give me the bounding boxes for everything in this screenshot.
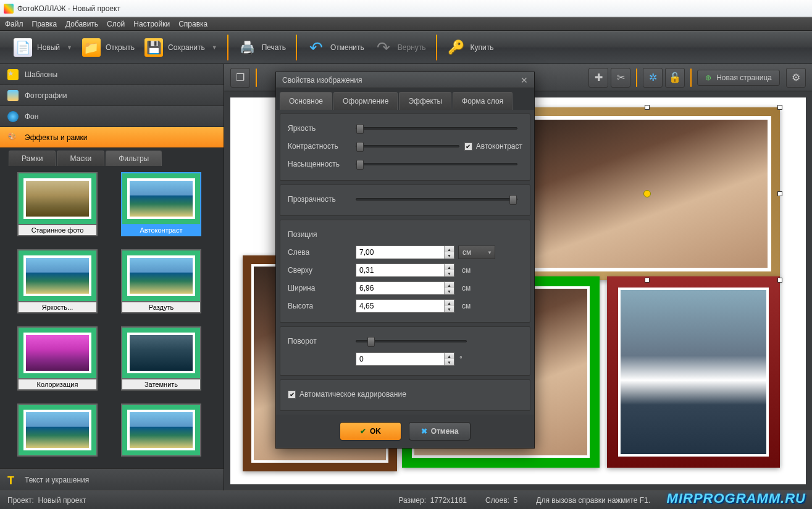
height-label: Высота: [288, 302, 356, 310]
app-icon: [4, 4, 14, 14]
left-input[interactable]: 7,00▲▼: [356, 246, 454, 259]
brightness-slider[interactable]: [356, 127, 517, 130]
brightness-label: Яркость: [288, 124, 356, 133]
cut-button[interactable]: ✂: [611, 68, 630, 88]
settings-button[interactable]: ✲: [643, 68, 663, 88]
sidebar-background[interactable]: Фон: [0, 106, 224, 127]
menu-layer[interactable]: Слой: [107, 20, 125, 28]
unit-label: см: [458, 281, 495, 295]
status-help: Для вызова справки нажмите F1.: [536, 496, 650, 505]
rotation-label: Поворот: [288, 337, 356, 346]
rotation-slider[interactable]: [356, 340, 467, 342]
toolbar-new-button[interactable]: 📄 Новый▼: [9, 36, 77, 59]
check-icon: ✔: [360, 427, 366, 436]
opacity-slider[interactable]: [356, 198, 517, 201]
tab-effects[interactable]: Эффекты: [399, 92, 451, 110]
close-icon[interactable]: ✕: [521, 75, 528, 85]
menu-edit[interactable]: Правка: [32, 20, 57, 28]
filter-item[interactable]: [121, 403, 201, 462]
toolbar-buy-button[interactable]: 🔑 Купить: [442, 36, 499, 59]
subtab-masks[interactable]: Маски: [57, 151, 104, 166]
tab-style[interactable]: Оформление: [333, 92, 398, 110]
dialog-tabs: Основное Оформление Эффекты Форма слоя: [276, 88, 534, 110]
subtab-frames[interactable]: Рамки: [9, 151, 56, 166]
lock-button[interactable]: 🔓: [665, 68, 685, 88]
filter-old-photo[interactable]: Старинное фото: [17, 172, 98, 242]
filter-item[interactable]: [17, 403, 98, 462]
star-icon: ★: [7, 69, 19, 80]
collage-frame-1[interactable]: [514, 107, 780, 280]
contrast-slider[interactable]: [356, 145, 459, 147]
page-plus-icon: ⊕: [705, 73, 711, 82]
redo-icon: ↷: [374, 38, 393, 57]
filter-thumbnails: Старинное фото Автоконтраст Яркость... Р…: [0, 166, 224, 468]
collage-frame-4[interactable]: [607, 276, 780, 468]
menu-add[interactable]: Добавить: [65, 20, 98, 28]
toolbar-separator: [436, 35, 437, 60]
sidebar-templates[interactable]: ★ Шаблоны: [0, 64, 224, 85]
position-label: Позиция: [288, 230, 356, 239]
menu-settings[interactable]: Настройки: [133, 20, 170, 28]
layers-button[interactable]: ❐: [230, 68, 250, 88]
key-icon: 🔑: [447, 38, 466, 57]
toolbar-print-button[interactable]: 🖨️ Печать: [233, 36, 291, 59]
title-bar: ФотоКОЛЛАЖ - Новый проект: [0, 0, 812, 17]
print-icon: 🖨️: [238, 38, 257, 57]
saturation-label: Насыщенность: [288, 160, 356, 168]
filter-autocontrast[interactable]: Автоконтраст: [121, 172, 201, 242]
toolbar-separator: [296, 35, 297, 60]
saturation-slider[interactable]: [356, 163, 517, 165]
new-page-button[interactable]: ⊕ Новая страница: [697, 70, 780, 86]
photo-icon: [7, 90, 19, 101]
status-size: Размер: 1772x1181: [398, 496, 467, 505]
cancel-button[interactable]: ✖Отмена: [409, 422, 471, 441]
unit-label: см: [458, 299, 495, 313]
filter-brightness[interactable]: Яркость...: [17, 249, 98, 319]
text-icon: T: [7, 474, 19, 486]
unit-select[interactable]: см: [458, 246, 495, 259]
sidebar-text[interactable]: T Текст и украшения: [0, 468, 224, 490]
filter-colorize[interactable]: Колоризация: [17, 326, 98, 396]
toolbar-open-button[interactable]: 📁 Открыть: [77, 36, 140, 59]
opacity-label: Прозрачность: [288, 195, 356, 204]
dialog-titlebar[interactable]: Свойства изображения ✕: [276, 72, 534, 88]
watermark: MIRPROGRAMM.RU: [667, 490, 806, 507]
autocontrast-label: Автоконтраст: [476, 142, 522, 151]
width-input[interactable]: 6,96▲▼: [356, 281, 454, 295]
top-input[interactable]: 0,31▲▼: [356, 263, 454, 277]
toolbar-separator: [690, 68, 692, 87]
add-layer-button[interactable]: ✚: [588, 68, 608, 88]
left-label: Слева: [288, 248, 356, 257]
status-layers: Слоев: 5: [485, 496, 517, 505]
contrast-label: Контрастность: [288, 142, 356, 151]
height-input[interactable]: 4,65▲▼: [356, 299, 454, 313]
rotation-input[interactable]: 0▲▼: [356, 352, 454, 366]
sidebar-photos[interactable]: Фотографии: [0, 85, 224, 106]
filter-darken[interactable]: Затемнить: [121, 326, 201, 396]
dropdown-icon[interactable]: ▼: [212, 44, 217, 51]
page-settings-button[interactable]: ⚙: [786, 68, 806, 88]
autocontrast-checkbox[interactable]: ✔: [464, 143, 472, 151]
autocrop-label: Автоматическое кадрирование: [299, 390, 406, 399]
menu-file[interactable]: Файл: [5, 20, 23, 28]
sidebar-subtabs: Рамки Маски Фильтры: [0, 148, 224, 166]
toolbar-separator: [227, 35, 228, 60]
autocrop-checkbox[interactable]: ✔: [288, 391, 296, 399]
toolbar-save-button[interactable]: 💾 Сохранить▼: [140, 36, 222, 59]
sidebar-effects[interactable]: 🎨 Эффекты и рамки: [0, 127, 224, 148]
dialog-body: Яркость Контрастность ✔ Автоконтраст Нас…: [276, 114, 534, 411]
sidebar: ★ Шаблоны Фотографии Фон 🎨 Эффекты и рам…: [0, 64, 224, 490]
toolbar-redo-button[interactable]: ↷ Вернуть: [369, 36, 431, 59]
menu-help[interactable]: Справка: [178, 20, 207, 28]
dropdown-icon[interactable]: ▼: [67, 44, 72, 51]
toolbar-separator: [636, 68, 637, 87]
ok-button[interactable]: ✔OK: [340, 422, 401, 441]
toolbar-undo-button[interactable]: ↶ Отменить: [302, 36, 369, 59]
status-project: Проект: Новый проект: [7, 496, 86, 505]
filter-inflate[interactable]: Раздуть: [121, 249, 201, 319]
unit-label: см: [458, 263, 495, 277]
new-icon: 📄: [14, 38, 32, 57]
subtab-filters[interactable]: Фильтры: [106, 151, 162, 166]
tab-basic[interactable]: Основное: [280, 92, 332, 110]
tab-shape[interactable]: Форма слоя: [453, 92, 513, 110]
